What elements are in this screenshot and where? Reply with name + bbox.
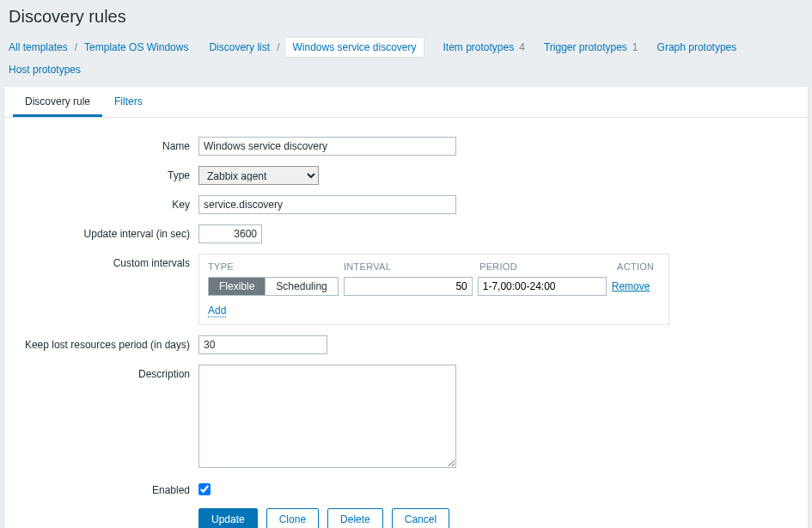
ci-type-flexible[interactable]: Flexible bbox=[209, 278, 265, 295]
custom-intervals-label: Custom intervals bbox=[13, 254, 198, 269]
type-label: Type bbox=[13, 166, 198, 181]
ci-col-type: TYPE bbox=[208, 261, 344, 272]
breadcrumb-all-templates[interactable]: All templates bbox=[7, 39, 70, 56]
breadcrumb-sep: / bbox=[275, 41, 281, 53]
breadcrumb-host-prototypes[interactable]: Host prototypes bbox=[7, 61, 82, 78]
update-interval-input[interactable] bbox=[198, 224, 262, 243]
form: Name Type Zabbix agent Key Update interv… bbox=[4, 118, 808, 528]
ci-col-action: ACTION bbox=[617, 261, 660, 272]
clone-button[interactable]: Clone bbox=[266, 508, 319, 528]
delete-button[interactable]: Delete bbox=[327, 508, 383, 528]
enabled-label: Enabled bbox=[13, 481, 198, 496]
breadcrumb-graph-prototypes[interactable]: Graph prototypes bbox=[656, 39, 739, 56]
description-label: Description bbox=[13, 365, 198, 380]
main-panel: Discovery rule Filters Name Type Zabbix … bbox=[3, 87, 809, 528]
breadcrumb-trigger-prototypes[interactable]: Trigger prototypes bbox=[542, 39, 629, 56]
type-select[interactable]: Zabbix agent bbox=[198, 166, 319, 185]
ci-period-input[interactable] bbox=[478, 277, 607, 296]
cancel-button[interactable]: Cancel bbox=[392, 508, 449, 528]
ci-type-segment: Flexible Scheduling bbox=[208, 277, 339, 296]
name-input[interactable] bbox=[198, 137, 456, 156]
breadcrumb-item-prototypes[interactable]: Item prototypes bbox=[442, 39, 516, 56]
trigger-prototypes-count: 1 bbox=[632, 41, 638, 53]
breadcrumb-discovery-list[interactable]: Discovery list bbox=[207, 39, 272, 56]
key-label: Key bbox=[13, 195, 198, 211]
ci-interval-input[interactable] bbox=[344, 277, 473, 296]
breadcrumb-template-os[interactable]: Template OS Windows bbox=[82, 39, 190, 56]
ci-remove-link[interactable]: Remove bbox=[612, 280, 650, 292]
ci-col-period: PERIOD bbox=[479, 261, 617, 272]
name-label: Name bbox=[13, 137, 198, 152]
tab-discovery-rule[interactable]: Discovery rule bbox=[13, 87, 102, 117]
breadcrumb-sep: / bbox=[73, 41, 79, 53]
keep-lost-label: Keep lost resources period (in days) bbox=[13, 335, 198, 351]
enabled-checkbox[interactable] bbox=[198, 483, 211, 495]
ci-col-interval: INTERVAL bbox=[344, 261, 479, 272]
page-title: Discovery rules bbox=[7, 7, 805, 27]
update-button[interactable]: Update bbox=[198, 508, 258, 528]
custom-intervals-box: TYPE INTERVAL PERIOD ACTION Flexible Sch… bbox=[198, 254, 669, 325]
keep-lost-input[interactable] bbox=[198, 335, 327, 354]
ci-row: Flexible Scheduling Remove bbox=[208, 277, 660, 296]
tab-filters[interactable]: Filters bbox=[102, 87, 155, 117]
ci-type-scheduling[interactable]: Scheduling bbox=[265, 278, 337, 295]
key-input[interactable] bbox=[198, 195, 456, 214]
ci-add-link[interactable]: Add bbox=[208, 304, 226, 317]
breadcrumb-current: Windows service discovery bbox=[284, 37, 424, 58]
description-textarea[interactable] bbox=[198, 365, 456, 468]
tabs: Discovery rule Filters bbox=[4, 87, 808, 118]
item-prototypes-count: 4 bbox=[519, 41, 525, 53]
breadcrumb: All templates / Template OS Windows Disc… bbox=[7, 37, 805, 87]
update-interval-label: Update interval (in sec) bbox=[13, 224, 198, 240]
